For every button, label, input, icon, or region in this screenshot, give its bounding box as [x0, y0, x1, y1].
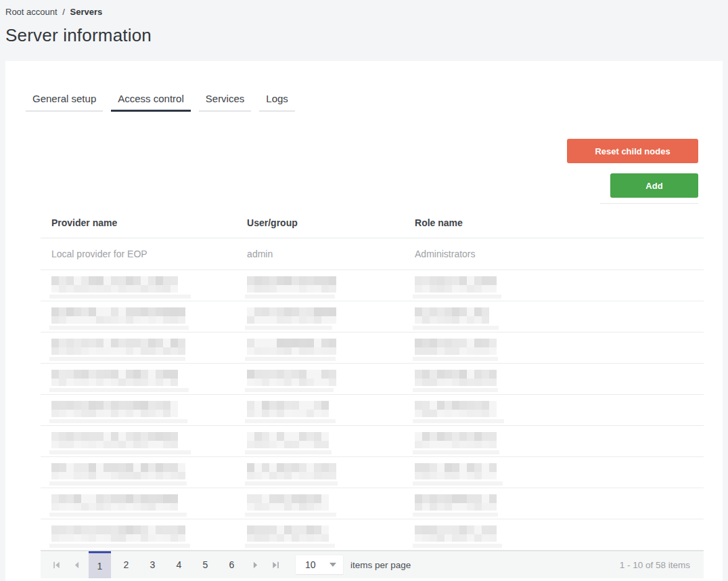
redacted-subline — [49, 450, 191, 454]
pager-first-page-button[interactable] — [46, 551, 66, 578]
cell-redacted — [404, 301, 704, 332]
cell-redacted — [41, 457, 236, 488]
table-row-redacted[interactable] — [41, 488, 704, 519]
redacted-subline — [413, 295, 501, 299]
pager: 123456 10 items per page 1 - 10 of 58 it… — [41, 551, 704, 578]
content-card: General setup Access control Services Lo… — [5, 61, 723, 581]
cell-user-group: admin — [236, 249, 404, 259]
redacted-subline — [245, 450, 332, 454]
toolbar: Reset child nodes Add — [5, 139, 723, 204]
chevron-right-icon — [250, 560, 260, 570]
redacted-subline — [49, 295, 191, 299]
redacted-subline — [49, 481, 187, 486]
redacted-subline — [49, 544, 190, 548]
chevron-down-icon — [329, 563, 336, 567]
cell-provider-name: Local provider for EOP — [41, 249, 236, 259]
redacted-subline — [413, 326, 499, 330]
redacted-subline — [245, 544, 335, 548]
breadcrumb-root-account[interactable]: Root account — [5, 7, 58, 17]
cell-redacted — [41, 426, 236, 456]
pager-page-numbers: 123456 — [87, 551, 245, 578]
tab-strip: General setup Access control Services Lo… — [5, 93, 723, 112]
access-control-grid: Provider name User/group Role name Local… — [41, 208, 704, 578]
pager-page-3[interactable]: 3 — [141, 551, 164, 578]
first-page-icon — [51, 560, 62, 570]
redacted-subline — [413, 513, 498, 517]
tab-access-control[interactable]: Access control — [111, 93, 191, 112]
redacted-subline — [413, 419, 504, 423]
table-row-redacted[interactable] — [41, 332, 704, 364]
redacted-subline — [413, 388, 498, 392]
cell-redacted — [404, 519, 704, 550]
pager-page-4[interactable]: 4 — [168, 551, 190, 578]
pager-next-page-button[interactable] — [245, 551, 265, 578]
redacted-subline — [245, 326, 332, 330]
add-button[interactable]: Add — [610, 173, 698, 198]
page-root: Root account / Servers Server informatio… — [0, 0, 728, 581]
redacted-subline — [413, 544, 502, 548]
redacted-subline — [245, 388, 334, 392]
cell-role-name: Administrators — [404, 249, 704, 259]
redacted-subline — [49, 513, 187, 517]
pager-page-5[interactable]: 5 — [194, 551, 217, 578]
tab-general-setup[interactable]: General setup — [26, 93, 103, 112]
cell-redacted — [236, 457, 404, 488]
table-row-redacted[interactable] — [41, 395, 704, 426]
table-row-redacted[interactable] — [41, 364, 704, 395]
table-row-redacted[interactable] — [41, 457, 704, 488]
cell-redacted — [41, 332, 236, 363]
table-row-redacted[interactable] — [41, 426, 704, 457]
cell-redacted — [236, 519, 404, 550]
table-header-row: Provider name User/group Role name — [41, 208, 704, 238]
cell-redacted — [236, 332, 404, 363]
cell-redacted — [236, 395, 404, 425]
pager-prev-page-button[interactable] — [66, 551, 87, 578]
last-page-icon — [271, 560, 281, 570]
breadcrumb-current-servers: Servers — [70, 7, 102, 17]
redacted-subline — [413, 450, 499, 454]
tab-services[interactable]: Services — [199, 93, 252, 112]
table-row-redacted[interactable] — [41, 301, 704, 332]
cell-redacted — [41, 364, 236, 394]
toolbar-divider — [600, 203, 698, 204]
redacted-subline — [245, 357, 336, 361]
page-size-dropdown[interactable]: 10 — [295, 555, 344, 575]
items-per-page-label: items per page — [350, 560, 411, 570]
redacted-rows-container — [41, 270, 704, 551]
cell-redacted — [41, 488, 236, 519]
cell-redacted — [236, 364, 404, 394]
cell-redacted — [404, 488, 704, 519]
redacted-subline — [49, 419, 187, 423]
cell-redacted — [41, 301, 236, 332]
redacted-subline — [413, 481, 503, 486]
pager-page-1[interactable]: 1 — [89, 551, 111, 578]
pager-page-6[interactable]: 6 — [221, 551, 243, 578]
cell-redacted — [404, 395, 704, 425]
cell-redacted — [41, 270, 236, 301]
page-size-wrap: 10 items per page — [295, 551, 411, 578]
redacted-subline — [413, 357, 498, 361]
pager-page-2[interactable]: 2 — [115, 551, 137, 578]
table-row-redacted[interactable] — [41, 270, 704, 301]
redacted-subline — [49, 326, 189, 330]
redacted-subline — [245, 295, 335, 299]
cell-redacted — [404, 270, 704, 301]
tab-logs[interactable]: Logs — [259, 93, 295, 112]
pager-last-page-button[interactable] — [265, 551, 286, 578]
column-header-user-group[interactable]: User/group — [236, 217, 404, 228]
table-row-redacted[interactable] — [41, 519, 704, 551]
redacted-subline — [49, 388, 189, 392]
redacted-subline — [245, 513, 336, 517]
cell-redacted — [41, 395, 236, 425]
redacted-subline — [245, 419, 336, 423]
page-size-value: 10 — [296, 559, 329, 570]
cell-redacted — [236, 270, 404, 301]
breadcrumb: Root account / Servers — [5, 5, 723, 21]
column-header-role-name[interactable]: Role name — [404, 217, 704, 228]
cell-redacted — [236, 426, 404, 456]
column-header-provider-name[interactable]: Provider name — [41, 217, 236, 228]
table-row[interactable]: Local provider for EOP admin Administrat… — [41, 238, 704, 270]
reset-child-nodes-button[interactable]: Reset child nodes — [567, 139, 698, 163]
cell-redacted — [404, 364, 704, 394]
redacted-subline — [49, 357, 185, 361]
